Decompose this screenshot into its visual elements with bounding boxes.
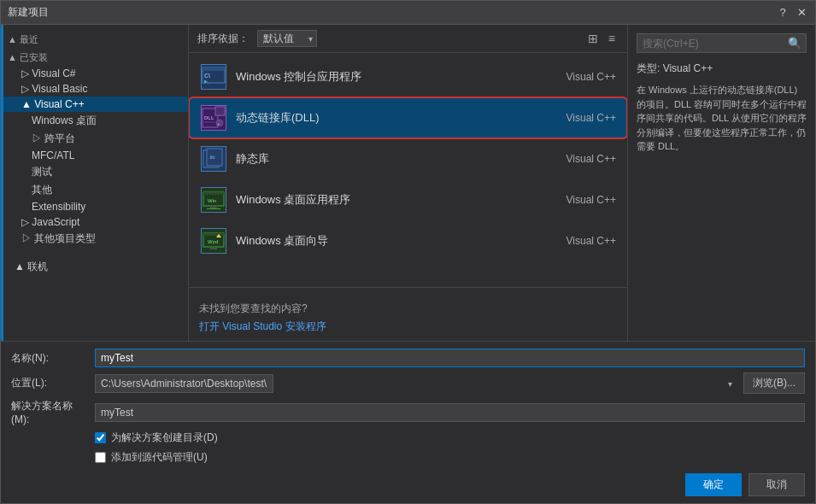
sidebar-item-other-types[interactable]: ▷ 其他项目类型 [1, 230, 188, 248]
solution-row: 解决方案名称(M): [11, 399, 805, 425]
project-item-console[interactable]: C\ ▶_ Windows 控制台应用程序 Visual C++ [189, 56, 627, 97]
not-found-section: 未找到您要查找的内容? 打开 Visual Studio 安装程序 [189, 287, 627, 341]
action-buttons: 确定 取消 [11, 473, 805, 496]
sidebar-item-windows-desktop[interactable]: Windows 桌面 [1, 112, 188, 130]
svg-text:DLL: DLL [204, 115, 214, 120]
sidebar-item-javascript[interactable]: ▷ JavaScript [1, 214, 188, 230]
browse-button[interactable]: 浏览(B)... [743, 372, 805, 394]
title-bar: 新建项目 ? ✕ [1, 1, 815, 25]
location-select-wrapper: C:\Users\Administrator\Desktop\test\ [95, 374, 737, 393]
project-type-dll: Visual C++ [539, 112, 616, 124]
recent-header: ▲ 最近 [1, 30, 188, 48]
project-list: C\ ▶_ Windows 控制台应用程序 Visual C++ [189, 53, 627, 287]
svg-rect-20 [210, 247, 217, 249]
sort-dropdown-wrapper: 默认值 名称 类型 最近 [257, 30, 317, 47]
svg-text:▶_: ▶_ [204, 79, 210, 84]
project-item-desktop-app[interactable]: Win Windows 桌面应用程序 Visual C++ [189, 179, 627, 220]
svg-rect-1 [203, 67, 225, 71]
description: 在 Windows 上运行的动态链接库(DLL)的项目。DLL 容纳可同时在多个… [637, 83, 807, 154]
dialog-title: 新建项目 [8, 5, 49, 20]
solution-input[interactable] [95, 403, 805, 422]
svg-text:Win: Win [208, 198, 216, 203]
solution-label: 解决方案名称(M): [11, 399, 88, 425]
help-button[interactable]: ? [776, 6, 790, 20]
project-name-dll: 动态链接库(DLL) [236, 110, 531, 126]
svg-rect-15 [210, 206, 217, 208]
source-control-label: 添加到源代码管理(U) [111, 450, 208, 465]
main-content: ▲ 最近 ▲ 已安装 ▷ Visual C# ▷ Visual Basic ▲ … [1, 25, 815, 341]
project-type-wizard: Visual C++ [539, 235, 616, 247]
type-label: 类型: Visual C++ [637, 62, 807, 76]
location-row: 位置(L): C:\Users\Administrator\Desktop\te… [11, 372, 805, 394]
console-icon: C\ ▶_ [200, 63, 227, 91]
wizard-icon: Wzd [200, 227, 227, 255]
close-button[interactable]: ✕ [795, 6, 808, 20]
checkbox-area: 为解决方案创建目录(D) 添加到源代码管理(U) [95, 431, 805, 466]
toolbar-row: 排序依据： 默认值 名称 类型 最近 ⊞ ≡ [189, 25, 627, 53]
desktop-app-icon: Win [200, 186, 227, 214]
grid-view-button[interactable]: ⊞ [584, 30, 602, 47]
checkbox-row-1: 为解决方案创建目录(D) [95, 431, 805, 445]
project-name-desktop-app: Windows 桌面应用程序 [236, 192, 531, 208]
sidebar-item-visual-basic[interactable]: ▷ Visual Basic [1, 81, 188, 97]
dll-icon: DLL + [200, 104, 227, 132]
project-name-static: 静态库 [236, 151, 531, 167]
project-item-dll[interactable]: DLL + 动态链接库(DLL) Visual C++ [189, 97, 627, 138]
search-box: 🔍 [637, 33, 807, 53]
checkbox-row-2: 添加到源代码管理(U) [95, 450, 805, 465]
search-button[interactable]: 🔍 [784, 34, 806, 52]
middle-panel: 排序依据： 默认值 名称 类型 最近 ⊞ ≡ [189, 25, 627, 341]
svg-rect-14 [203, 192, 224, 195]
svg-text:Wzd: Wzd [208, 239, 218, 244]
right-panel: 🔍 类型: Visual C++ 在 Windows 上运行的动态链接库(DLL… [627, 25, 815, 341]
project-item-wizard[interactable]: Wzd Windows 桌面向导 Visual C++ [189, 220, 627, 261]
name-label: 名称(N): [11, 351, 88, 366]
location-select[interactable]: C:\Users\Administrator\Desktop\test\ [95, 374, 273, 393]
static-icon: .lib [200, 145, 227, 173]
sidebar-item-online[interactable]: ▲ 联机 [1, 258, 188, 276]
svg-rect-19 [203, 233, 224, 236]
svg-text:C\: C\ [204, 73, 210, 79]
name-row: 名称(N): [11, 349, 805, 367]
sidebar-item-mfc-atl[interactable]: MFC/ATL [1, 148, 188, 163]
svg-rect-16 [207, 208, 220, 209]
installed-header: ▲ 已安装 [1, 48, 188, 66]
recent-label: ▲ 最近 [8, 33, 38, 46]
installed-label: ▲ 已安装 [8, 51, 48, 64]
open-vs-link[interactable]: 打开 Visual Studio [199, 320, 282, 332]
sidebar-item-test[interactable]: 测试 [1, 163, 188, 181]
project-name-wizard: Windows 桌面向导 [236, 233, 531, 249]
location-label: 位置(L): [11, 376, 88, 390]
source-control-checkbox[interactable] [95, 452, 106, 463]
sidebar-item-visual-cpp[interactable]: ▲ Visual C++ [1, 97, 188, 112]
list-view-button[interactable]: ≡ [605, 30, 619, 47]
bottom-form: 名称(N): 位置(L): C:\Users\Administrator\Des… [1, 341, 815, 503]
svg-rect-5 [215, 107, 225, 115]
view-icons: ⊞ ≡ [584, 30, 619, 47]
name-input[interactable] [95, 349, 805, 367]
project-type-desktop-app: Visual C++ [539, 194, 616, 206]
new-project-dialog: 新建项目 ? ✕ ▲ 最近 ▲ 已安装 ▷ Visual C# ▷ Visual… [0, 0, 816, 504]
title-controls: ? ✕ [776, 6, 808, 20]
create-directory-checkbox[interactable] [95, 432, 106, 443]
project-type-static: Visual C++ [539, 153, 616, 165]
sidebar-item-other[interactable]: 其他 [1, 181, 188, 199]
svg-text:.lib: .lib [208, 155, 215, 160]
sidebar-item-crossplatform[interactable]: ▷ 跨平台 [1, 130, 188, 148]
cancel-button[interactable]: 取消 [748, 473, 805, 496]
project-type-console: Visual C++ [539, 71, 616, 83]
sort-label: 排序依据： [197, 32, 249, 46]
sort-dropdown[interactable]: 默认值 名称 类型 最近 [257, 30, 317, 47]
search-input[interactable] [637, 35, 784, 52]
installer-link[interactable]: 安装程序 [285, 320, 326, 332]
project-name-console: Windows 控制台应用程序 [236, 69, 531, 85]
ok-button[interactable]: 确定 [685, 473, 742, 496]
sidebar-item-extensibility[interactable]: Extensibility [1, 199, 188, 214]
project-item-static[interactable]: .lib 静态库 Visual C++ [189, 138, 627, 179]
left-panel: ▲ 最近 ▲ 已安装 ▷ Visual C# ▷ Visual Basic ▲ … [1, 25, 189, 341]
install-link-row: 打开 Visual Studio 安装程序 [199, 319, 617, 334]
create-directory-label: 为解决方案创建目录(D) [111, 431, 218, 445]
sidebar-item-visual-csharp[interactable]: ▷ Visual C# [1, 66, 188, 81]
svg-text:+: + [217, 121, 220, 126]
not-found-text: 未找到您要查找的内容? [199, 302, 617, 316]
